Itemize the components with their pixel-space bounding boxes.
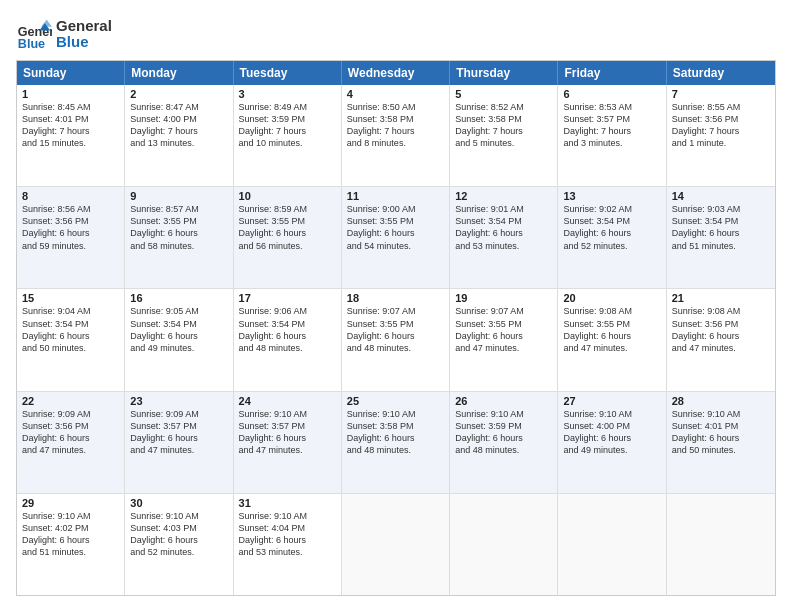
calendar-cell: 28Sunrise: 9:10 AM Sunset: 4:01 PM Dayli… [667,392,775,493]
calendar-cell: 23Sunrise: 9:09 AM Sunset: 3:57 PM Dayli… [125,392,233,493]
day-number: 18 [347,292,444,304]
calendar-cell: 25Sunrise: 9:10 AM Sunset: 3:58 PM Dayli… [342,392,450,493]
cell-info: Sunrise: 8:55 AM Sunset: 3:56 PM Dayligh… [672,101,770,150]
day-number: 3 [239,88,336,100]
header-cell-tuesday: Tuesday [234,61,342,85]
day-number: 4 [347,88,444,100]
svg-marker-3 [41,20,52,27]
day-number: 22 [22,395,119,407]
calendar-cell: 1Sunrise: 8:45 AM Sunset: 4:01 PM Daylig… [17,85,125,186]
calendar-cell: 27Sunrise: 9:10 AM Sunset: 4:00 PM Dayli… [558,392,666,493]
calendar-cell [558,494,666,595]
calendar-cell: 17Sunrise: 9:06 AM Sunset: 3:54 PM Dayli… [234,289,342,390]
day-number: 7 [672,88,770,100]
cell-info: Sunrise: 8:52 AM Sunset: 3:58 PM Dayligh… [455,101,552,150]
cell-info: Sunrise: 9:02 AM Sunset: 3:54 PM Dayligh… [563,203,660,252]
calendar-cell: 8Sunrise: 8:56 AM Sunset: 3:56 PM Daylig… [17,187,125,288]
day-number: 31 [239,497,336,509]
day-number: 12 [455,190,552,202]
cell-info: Sunrise: 9:07 AM Sunset: 3:55 PM Dayligh… [455,305,552,354]
calendar-cell [342,494,450,595]
cell-info: Sunrise: 9:07 AM Sunset: 3:55 PM Dayligh… [347,305,444,354]
day-number: 1 [22,88,119,100]
day-number: 15 [22,292,119,304]
calendar-body: 1Sunrise: 8:45 AM Sunset: 4:01 PM Daylig… [17,85,775,595]
header-cell-saturday: Saturday [667,61,775,85]
calendar-cell: 20Sunrise: 9:08 AM Sunset: 3:55 PM Dayli… [558,289,666,390]
cell-info: Sunrise: 8:53 AM Sunset: 3:57 PM Dayligh… [563,101,660,150]
cell-info: Sunrise: 9:10 AM Sunset: 3:58 PM Dayligh… [347,408,444,457]
calendar-cell: 7Sunrise: 8:55 AM Sunset: 3:56 PM Daylig… [667,85,775,186]
day-number: 25 [347,395,444,407]
calendar-row-1: 1Sunrise: 8:45 AM Sunset: 4:01 PM Daylig… [17,85,775,187]
day-number: 13 [563,190,660,202]
day-number: 10 [239,190,336,202]
day-number: 2 [130,88,227,100]
calendar-cell: 10Sunrise: 8:59 AM Sunset: 3:55 PM Dayli… [234,187,342,288]
day-number: 24 [239,395,336,407]
cell-info: Sunrise: 9:03 AM Sunset: 3:54 PM Dayligh… [672,203,770,252]
logo-blue: Blue [56,34,112,51]
cell-info: Sunrise: 8:56 AM Sunset: 3:56 PM Dayligh… [22,203,119,252]
cell-info: Sunrise: 9:10 AM Sunset: 4:04 PM Dayligh… [239,510,336,559]
cell-info: Sunrise: 8:59 AM Sunset: 3:55 PM Dayligh… [239,203,336,252]
page: General Blue General Blue SundayMondayTu… [0,0,792,612]
cell-info: Sunrise: 9:10 AM Sunset: 4:01 PM Dayligh… [672,408,770,457]
cell-info: Sunrise: 9:05 AM Sunset: 3:54 PM Dayligh… [130,305,227,354]
cell-info: Sunrise: 9:08 AM Sunset: 3:56 PM Dayligh… [672,305,770,354]
cell-info: Sunrise: 9:08 AM Sunset: 3:55 PM Dayligh… [563,305,660,354]
day-number: 17 [239,292,336,304]
cell-info: Sunrise: 9:10 AM Sunset: 3:59 PM Dayligh… [455,408,552,457]
calendar-cell: 19Sunrise: 9:07 AM Sunset: 3:55 PM Dayli… [450,289,558,390]
calendar-cell: 14Sunrise: 9:03 AM Sunset: 3:54 PM Dayli… [667,187,775,288]
cell-info: Sunrise: 8:45 AM Sunset: 4:01 PM Dayligh… [22,101,119,150]
calendar: SundayMondayTuesdayWednesdayThursdayFrid… [16,60,776,596]
cell-info: Sunrise: 9:04 AM Sunset: 3:54 PM Dayligh… [22,305,119,354]
cell-info: Sunrise: 8:50 AM Sunset: 3:58 PM Dayligh… [347,101,444,150]
cell-info: Sunrise: 8:47 AM Sunset: 4:00 PM Dayligh… [130,101,227,150]
day-number: 28 [672,395,770,407]
day-number: 30 [130,497,227,509]
calendar-cell: 26Sunrise: 9:10 AM Sunset: 3:59 PM Dayli… [450,392,558,493]
calendar-cell [450,494,558,595]
day-number: 5 [455,88,552,100]
calendar-cell: 4Sunrise: 8:50 AM Sunset: 3:58 PM Daylig… [342,85,450,186]
day-number: 16 [130,292,227,304]
calendar-cell: 11Sunrise: 9:00 AM Sunset: 3:55 PM Dayli… [342,187,450,288]
calendar-cell [667,494,775,595]
cell-info: Sunrise: 9:09 AM Sunset: 3:57 PM Dayligh… [130,408,227,457]
day-number: 29 [22,497,119,509]
header-cell-sunday: Sunday [17,61,125,85]
calendar-cell: 6Sunrise: 8:53 AM Sunset: 3:57 PM Daylig… [558,85,666,186]
calendar-cell: 12Sunrise: 9:01 AM Sunset: 3:54 PM Dayli… [450,187,558,288]
day-number: 23 [130,395,227,407]
cell-info: Sunrise: 9:00 AM Sunset: 3:55 PM Dayligh… [347,203,444,252]
calendar-cell: 16Sunrise: 9:05 AM Sunset: 3:54 PM Dayli… [125,289,233,390]
header-cell-friday: Friday [558,61,666,85]
calendar-cell: 15Sunrise: 9:04 AM Sunset: 3:54 PM Dayli… [17,289,125,390]
calendar-cell: 30Sunrise: 9:10 AM Sunset: 4:03 PM Dayli… [125,494,233,595]
cell-info: Sunrise: 9:01 AM Sunset: 3:54 PM Dayligh… [455,203,552,252]
calendar-cell: 2Sunrise: 8:47 AM Sunset: 4:00 PM Daylig… [125,85,233,186]
header: General Blue General Blue [16,16,776,52]
calendar-header-row: SundayMondayTuesdayWednesdayThursdayFrid… [17,61,775,85]
calendar-cell: 3Sunrise: 8:49 AM Sunset: 3:59 PM Daylig… [234,85,342,186]
header-cell-wednesday: Wednesday [342,61,450,85]
logo-icon: General Blue [16,16,52,52]
calendar-cell: 9Sunrise: 8:57 AM Sunset: 3:55 PM Daylig… [125,187,233,288]
calendar-row-3: 15Sunrise: 9:04 AM Sunset: 3:54 PM Dayli… [17,289,775,391]
calendar-cell: 31Sunrise: 9:10 AM Sunset: 4:04 PM Dayli… [234,494,342,595]
day-number: 19 [455,292,552,304]
header-cell-thursday: Thursday [450,61,558,85]
day-number: 27 [563,395,660,407]
day-number: 14 [672,190,770,202]
cell-info: Sunrise: 9:10 AM Sunset: 4:03 PM Dayligh… [130,510,227,559]
logo: General Blue General Blue [16,16,112,52]
calendar-cell: 5Sunrise: 8:52 AM Sunset: 3:58 PM Daylig… [450,85,558,186]
day-number: 26 [455,395,552,407]
day-number: 21 [672,292,770,304]
calendar-cell: 21Sunrise: 9:08 AM Sunset: 3:56 PM Dayli… [667,289,775,390]
day-number: 8 [22,190,119,202]
cell-info: Sunrise: 9:09 AM Sunset: 3:56 PM Dayligh… [22,408,119,457]
header-cell-monday: Monday [125,61,233,85]
